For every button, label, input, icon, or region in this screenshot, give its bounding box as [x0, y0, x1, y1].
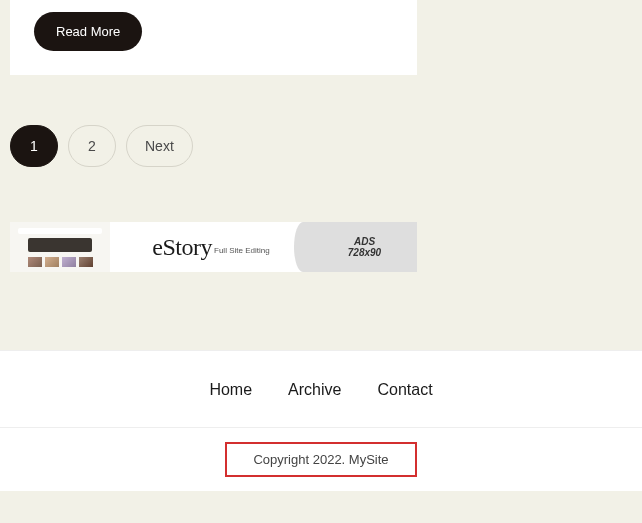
- pagination: 1 2 Next: [10, 125, 632, 167]
- read-more-button[interactable]: Read More: [34, 12, 142, 51]
- copyright-text: Copyright 2022. MySite: [253, 452, 388, 467]
- copyright-highlight-box: Copyright 2022. MySite: [225, 442, 416, 477]
- ad-banner[interactable]: eStory Full Site Editing ADS 728x90: [10, 222, 417, 272]
- footer: Home Archive Contact Copyright 2022. MyS…: [0, 350, 642, 491]
- ad-thumbnail: [10, 222, 110, 272]
- post-card: Read More: [10, 0, 417, 75]
- ad-dimensions: 728x90: [348, 247, 381, 258]
- ad-label: ADS: [354, 236, 375, 247]
- copyright-wrapper: Copyright 2022. MySite: [0, 428, 642, 491]
- footer-link-home[interactable]: Home: [209, 381, 252, 399]
- footer-nav: Home Archive Contact: [0, 351, 642, 427]
- ad-size-label: ADS 728x90: [312, 222, 417, 272]
- ad-tagline: Full Site Editing: [214, 246, 270, 255]
- page-next-button[interactable]: Next: [126, 125, 193, 167]
- footer-link-archive[interactable]: Archive: [288, 381, 341, 399]
- ad-logo-text: eStory: [152, 234, 212, 261]
- ad-logo-area: eStory Full Site Editing: [110, 222, 312, 272]
- footer-link-contact[interactable]: Contact: [377, 381, 432, 399]
- page-1-button[interactable]: 1: [10, 125, 58, 167]
- page-2-button[interactable]: 2: [68, 125, 116, 167]
